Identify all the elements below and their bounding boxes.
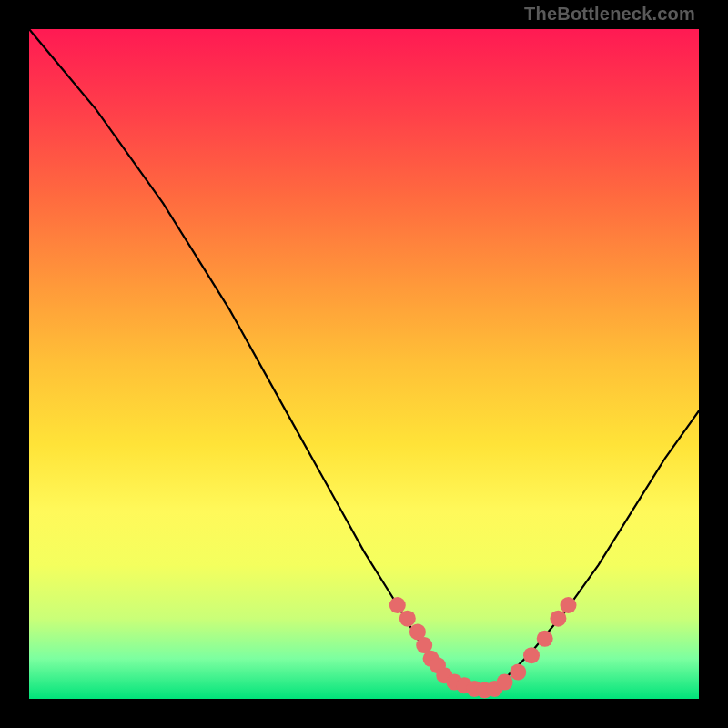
chart-frame: TheBottleneck.com bbox=[0, 0, 728, 728]
curve-marker bbox=[561, 597, 577, 613]
curve-marker bbox=[550, 611, 566, 627]
curve-marker bbox=[510, 664, 526, 681]
curve-marker bbox=[399, 611, 416, 627]
watermark-text: TheBottleneck.com bbox=[524, 4, 695, 25]
curve-marker bbox=[523, 647, 540, 663]
curve-marker bbox=[497, 674, 513, 691]
plot-area bbox=[29, 29, 699, 699]
marker-group bbox=[389, 597, 577, 698]
curve-markers bbox=[29, 29, 699, 699]
curve-marker bbox=[389, 597, 406, 613]
curve-marker bbox=[537, 631, 553, 647]
